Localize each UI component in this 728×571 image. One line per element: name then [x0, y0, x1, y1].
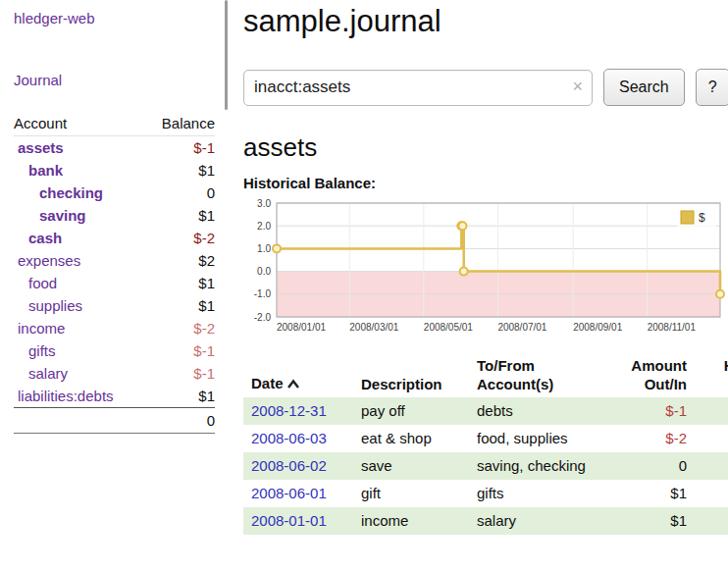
- register-row: 2008-01-01incomesalary$1$1: [243, 507, 728, 535]
- account-balance: $2: [145, 249, 215, 272]
- transaction-balance: $2: [695, 452, 728, 480]
- svg-text:2008/07/01: 2008/07/01: [497, 322, 546, 333]
- account-name-cell: checking: [14, 182, 145, 204]
- account-link[interactable]: expenses: [18, 252, 80, 269]
- transaction-balance: $2: [695, 480, 728, 507]
- search-button[interactable]: Search: [603, 69, 685, 106]
- account-balance: $-2: [145, 317, 215, 339]
- account-row: saving$1: [14, 204, 215, 227]
- account-row: food$1: [14, 272, 215, 294]
- svg-text:2008/09/01: 2008/09/01: [573, 322, 622, 333]
- svg-text:3.0: 3.0: [257, 198, 271, 209]
- account-balance: $1: [145, 294, 215, 317]
- svg-text:2.0: 2.0: [257, 221, 271, 232]
- search-box: ×: [243, 70, 593, 106]
- svg-text:0.0: 0.0: [257, 266, 271, 277]
- search-bar: × Search ?: [243, 69, 728, 106]
- account-heading: assets: [243, 132, 728, 163]
- transaction-amount: $1: [600, 480, 695, 507]
- transaction-amount: $-1: [600, 397, 695, 425]
- account-row: income$-2: [14, 317, 215, 339]
- transaction-accounts: food, supplies: [469, 425, 600, 452]
- account-row: liabilities:debts$1: [14, 385, 215, 408]
- accounts-header-balance: Balance: [145, 112, 215, 136]
- transaction-date-link[interactable]: 2008-12-31: [251, 402, 327, 419]
- register-header-accounts: To/From Account(s): [469, 352, 600, 397]
- register-table: Date Description To/From Account(s) Amou…: [243, 352, 728, 535]
- transaction-description: gift: [353, 480, 469, 507]
- account-name-cell: gifts: [14, 339, 145, 362]
- account-balance: $-1: [145, 136, 215, 160]
- account-link[interactable]: food: [28, 275, 57, 291]
- accounts-table: Account Balance assets$-1bank$1checking0…: [14, 112, 215, 434]
- account-link[interactable]: assets: [18, 139, 64, 156]
- transaction-accounts: saving, checking: [469, 452, 600, 480]
- sidebar-item-journal[interactable]: Journal: [14, 72, 216, 88]
- sort-ascending-icon: [286, 375, 300, 393]
- account-name-cell: bank: [14, 159, 145, 182]
- account-link[interactable]: checking: [39, 184, 103, 201]
- account-row: bank$1: [14, 159, 215, 182]
- register-header-row: Date Description To/From Account(s) Amou…: [243, 352, 728, 397]
- account-link[interactable]: supplies: [28, 297, 82, 314]
- account-name-cell: supplies: [14, 294, 145, 317]
- svg-text:2008/01/01: 2008/01/01: [277, 322, 326, 333]
- account-row: cash$-2: [14, 227, 215, 249]
- register-header-description: Description: [353, 352, 469, 397]
- register-row: 2008-06-02savesaving, checking0$2: [243, 452, 728, 480]
- account-name-cell: assets: [14, 136, 145, 160]
- help-button[interactable]: ?: [696, 69, 728, 106]
- account-name-cell: expenses: [14, 249, 145, 272]
- register-header-date[interactable]: Date: [243, 352, 353, 397]
- register-row: 2008-06-03eat & shopfood, supplies$-20: [243, 425, 728, 452]
- transaction-date-cell: 2008-01-01: [243, 507, 353, 535]
- account-row: gifts$-1: [14, 339, 215, 362]
- transaction-date-cell: 2008-06-02: [243, 452, 353, 480]
- svg-text:-1.0: -1.0: [254, 288, 272, 299]
- transaction-amount: $-2: [600, 425, 695, 452]
- account-link[interactable]: salary: [28, 365, 68, 382]
- account-link[interactable]: saving: [39, 207, 86, 224]
- accounts-header-account: Account: [14, 112, 145, 136]
- account-link[interactable]: liabilities:debts: [18, 388, 114, 404]
- app-title-link[interactable]: hledger-web: [14, 10, 95, 26]
- register-row: 2008-06-01giftgifts$1$2: [243, 480, 728, 507]
- account-row: assets$-1: [14, 136, 215, 160]
- register-header-date-label: Date: [251, 375, 284, 391]
- svg-text:$: $: [699, 211, 705, 225]
- main-content: sample.journal × Search ? assets Histori…: [228, 0, 728, 535]
- register-header-balance: Historical Balance: [695, 352, 728, 397]
- transaction-description: pay off: [353, 397, 469, 425]
- transaction-balance: $-1: [695, 397, 728, 425]
- svg-text:2008/03/01: 2008/03/01: [349, 322, 398, 333]
- sidebar-scrollbar[interactable]: [225, 0, 228, 110]
- transaction-date-link[interactable]: 2008-06-02: [251, 457, 327, 474]
- account-link[interactable]: bank: [28, 162, 63, 179]
- historical-balance-chart[interactable]: 3.02.01.00.0-1.0-2.02008/01/012008/03/01…: [243, 197, 726, 337]
- accounts-total-spacer: [14, 408, 145, 434]
- accounts-total-value: 0: [145, 408, 215, 434]
- transaction-date-cell: 2008-06-03: [243, 425, 353, 452]
- transaction-accounts: debts: [469, 397, 600, 425]
- transaction-description: eat & shop: [353, 425, 469, 452]
- account-name-cell: salary: [14, 362, 145, 385]
- account-row: salary$-1: [14, 362, 215, 385]
- register-header-amount: Amount Out/In: [600, 352, 695, 397]
- transaction-accounts: salary: [469, 507, 600, 535]
- account-balance: $-2: [145, 227, 215, 249]
- account-balance: 0: [145, 182, 215, 204]
- register-row: 2008-12-31pay offdebts$-1$-1: [243, 397, 728, 425]
- account-link[interactable]: income: [18, 320, 65, 337]
- app-window: hledger-web Journal Account Balance asse…: [0, 0, 728, 535]
- transaction-description: save: [353, 452, 469, 480]
- transaction-date-link[interactable]: 2008-06-03: [251, 430, 327, 446]
- account-link[interactable]: cash: [28, 230, 62, 246]
- account-balance: $1: [145, 204, 215, 227]
- transaction-date-link[interactable]: 2008-01-01: [251, 512, 327, 529]
- page-title: sample.journal: [243, 4, 728, 39]
- account-link[interactable]: gifts: [28, 342, 56, 359]
- search-input[interactable]: [243, 70, 593, 106]
- clear-search-icon[interactable]: ×: [572, 78, 583, 95]
- transaction-date-link[interactable]: 2008-06-01: [251, 485, 327, 501]
- svg-text:-2.0: -2.0: [254, 312, 272, 323]
